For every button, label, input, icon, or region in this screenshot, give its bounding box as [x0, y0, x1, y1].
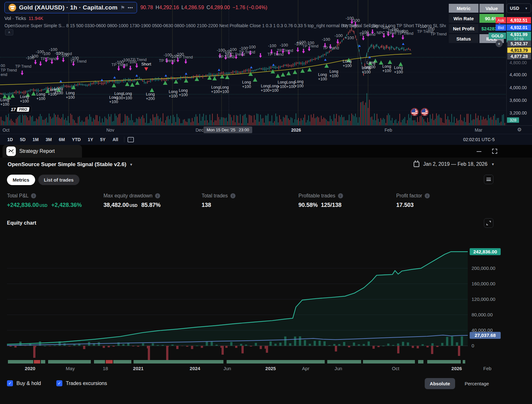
- percentage-button[interactable]: Percentage: [465, 381, 489, 386]
- chart-label: TP Trend: [359, 32, 375, 37]
- chart-label: 00: [1, 64, 5, 68]
- chevron-down-icon[interactable]: ▼: [129, 163, 133, 166]
- volume-bar: [228, 114, 229, 125]
- info-icon[interactable]: i: [338, 193, 343, 198]
- metric-name: Net Profit: [449, 24, 479, 33]
- volume-bar: [137, 119, 138, 125]
- calendar-flag-icon[interactable]: [421, 108, 429, 116]
- bid-price-badge: 4,932.01: [507, 24, 531, 31]
- entry-arrow: [250, 66, 253, 68]
- chart-label: TP Trend: [15, 64, 31, 69]
- volume-bar: [202, 117, 203, 125]
- volume-bar: [161, 121, 162, 125]
- candle: [30, 89, 31, 92]
- candle: [120, 80, 121, 83]
- candle: [379, 47, 380, 49]
- entry-arrow: [165, 74, 167, 77]
- tab-list-of-trades[interactable]: List of trades: [38, 175, 79, 185]
- range-button-1y[interactable]: 1Y: [85, 136, 96, 143]
- indicator-legend[interactable]: OpenSource Super Simple S... 8 15 500 03…: [4, 23, 446, 28]
- volume-bar: [354, 116, 354, 125]
- candle: [155, 78, 156, 81]
- currency-dropdown[interactable]: USD▼: [507, 3, 531, 13]
- range-button-ytd[interactable]: YTD: [69, 136, 84, 143]
- candle: [267, 68, 268, 70]
- volume-bar: [379, 122, 380, 125]
- range-button-3m[interactable]: 3M: [43, 136, 54, 143]
- volume-legend[interactable]: Vol · Ticks11.94K: [4, 16, 446, 21]
- volume-bar: [204, 121, 205, 125]
- volume-bar: [210, 115, 210, 125]
- info-icon[interactable]: i: [230, 193, 235, 198]
- time-axis[interactable]: Mon 15 Dec '25 23:00 ⚙ OctNovDec2026FebM…: [0, 125, 532, 134]
- volume-bar: [250, 115, 251, 125]
- date-range-picker[interactable]: Jan 2, 2019 — Feb 18, 2026 ▼: [414, 161, 495, 167]
- volume-bar: [363, 101, 363, 125]
- absolute-button[interactable]: Absolute: [425, 378, 455, 389]
- symbol-button[interactable]: Gold (XAUUSD) · 1h · Capital.com ⚑ •••: [4, 2, 137, 13]
- strategy-report-tab[interactable]: Strategy Report: [3, 145, 82, 158]
- volume-bar: [164, 123, 165, 125]
- range-button-1m[interactable]: 1M: [30, 136, 41, 143]
- volume-bar: [126, 116, 127, 125]
- candle: [253, 70, 254, 72]
- volume-bar: [283, 117, 284, 125]
- range-button-all[interactable]: All: [110, 136, 121, 143]
- candle: [286, 64, 287, 67]
- candle: [261, 68, 262, 70]
- report-layout-icon[interactable]: [484, 175, 493, 184]
- chart-label: +100+100: [114, 96, 132, 100]
- more-options-icon[interactable]: •••: [128, 5, 133, 10]
- volume-bar: [127, 116, 128, 125]
- equity-chart-canvas[interactable]: 200,000.00160,000.00120,000.0080,000.004…: [0, 230, 532, 376]
- tab-metrics[interactable]: Metrics: [7, 175, 35, 185]
- volume-bar: [154, 117, 154, 125]
- candle: [340, 42, 341, 44]
- axis-settings-gear-icon[interactable]: ⚙: [517, 127, 522, 133]
- info-icon[interactable]: i: [31, 193, 36, 198]
- candle: [138, 78, 138, 80]
- equity-axis-label: 0: [472, 343, 474, 348]
- go-to-date-icon[interactable]: [128, 137, 134, 142]
- candle: [348, 32, 349, 35]
- buy-hold-checkbox[interactable]: ✓: [7, 380, 13, 386]
- volume-bar: [11, 119, 11, 125]
- volume-bar: [102, 118, 103, 125]
- candle: [28, 90, 29, 92]
- info-icon[interactable]: i: [155, 193, 160, 198]
- equity-x-label: 18: [103, 366, 108, 371]
- volume-bar: [355, 114, 356, 125]
- strategy-name[interactable]: OpenSource Super Simple Signal (Stable v…: [8, 161, 126, 168]
- volume-bar: [239, 123, 239, 125]
- add-alert-plus-button[interactable]: +: [496, 40, 503, 47]
- trades-excursions-checkbox[interactable]: ✓: [56, 380, 62, 386]
- calendar-icon: [414, 162, 419, 167]
- tradingview-logo[interactable]: 17 PRO: [8, 106, 32, 113]
- clock-utc[interactable]: 02:02:01 UTC-5: [463, 137, 495, 142]
- candle: [342, 40, 342, 42]
- chart-label: Long: [36, 92, 45, 96]
- info-icon[interactable]: i: [425, 193, 430, 198]
- buy-signal-triangle: [212, 76, 217, 80]
- volume-bar: [125, 114, 125, 125]
- chart-label: Long: [66, 91, 75, 95]
- candle: [103, 82, 103, 85]
- range-button-5d[interactable]: 5D: [17, 136, 28, 143]
- collapse-chevron-button[interactable]: ˄: [5, 29, 13, 35]
- range-button-1d[interactable]: 1D: [4, 136, 16, 143]
- volume-bar: [101, 122, 101, 125]
- volume-bar: [436, 113, 437, 125]
- equity-expand-icon[interactable]: [484, 218, 493, 228]
- volume-bar: [445, 114, 446, 125]
- expand-icon[interactable]: [492, 149, 497, 154]
- range-button-6m[interactable]: 6M: [56, 136, 68, 143]
- chart-label: -100: [280, 43, 288, 47]
- volume-bar: [79, 116, 80, 125]
- volume-bar: [304, 115, 305, 125]
- chart-label: TP Trend: [56, 52, 72, 56]
- flag-icon[interactable]: ⚑: [120, 5, 125, 11]
- calendar-flag-icon[interactable]: [410, 108, 419, 116]
- minimize-icon[interactable]: [477, 149, 481, 152]
- range-button-5y[interactable]: 5Y: [97, 136, 108, 143]
- chart-label: +100: [179, 93, 188, 97]
